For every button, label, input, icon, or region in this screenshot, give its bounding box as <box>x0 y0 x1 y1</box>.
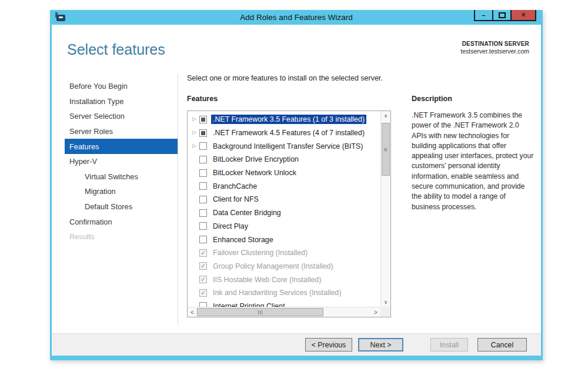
window-title: Add Roles and Features Wizard <box>52 13 541 22</box>
horizontal-scroll-track[interactable] <box>197 307 371 317</box>
install-button: Install <box>430 338 468 351</box>
feature-label: BranchCache <box>211 182 259 191</box>
feature-checkbox[interactable] <box>199 182 207 190</box>
feature-label: IIS Hostable Web Core (Installed) <box>211 275 323 284</box>
chevron-right-icon: > <box>374 309 377 316</box>
minimize-button[interactable]: – <box>474 10 493 21</box>
close-button[interactable]: ✕ <box>510 10 536 21</box>
scroll-up-button[interactable]: ∧ <box>381 111 390 120</box>
instruction-text: Select one or more features to install o… <box>187 74 383 82</box>
wizard-footer: < PreviousNext >InstallCancel <box>52 333 541 356</box>
nav-divider <box>178 74 178 324</box>
sidebar-item-before-you-begin[interactable]: Before You Begin <box>65 79 178 94</box>
feature-checkbox[interactable] <box>199 236 207 243</box>
maximize-button[interactable] <box>492 10 512 21</box>
feature-label: .NET Framework 3.5 Features (1 of 3 inst… <box>211 115 366 124</box>
feature-label: BitLocker Network Unlock <box>211 168 298 178</box>
chevron-down-icon: ∨ <box>384 299 388 305</box>
feature-label: Group Policy Management (Installed) <box>211 262 335 271</box>
expander-icon[interactable]: ▷ <box>191 143 198 149</box>
features-column-label: Features <box>187 95 218 103</box>
feature-label: BitLocker Drive Encryption <box>211 155 300 164</box>
sidebar-item-default-stores[interactable]: Default Stores <box>65 199 178 215</box>
description-column-label: Description <box>412 95 452 103</box>
feature-label: Client for NFS <box>211 195 260 204</box>
vertical-scrollbar[interactable]: ∧ ≡ ∨ <box>380 111 390 307</box>
feature-row-failover-clustering-installed[interactable]: ✓Failover Clustering (Installed) <box>188 246 380 260</box>
feature-row-group-policy-management-installed[interactable]: ✓Group Policy Management (Installed) <box>188 260 380 273</box>
destination-server-block: DESTINATION SERVER testserver.testserver… <box>460 41 529 55</box>
expander-icon[interactable]: ▷ <box>191 116 198 122</box>
feature-label: Ink and Handwriting Services (Installed) <box>211 288 343 297</box>
feature-checkbox[interactable] <box>199 129 207 137</box>
feature-checkbox[interactable] <box>199 116 207 123</box>
feature-row-bitlocker-network-unlock[interactable]: BitLocker Network Unlock <box>188 166 380 180</box>
sidebar-item-installation-type[interactable]: Installation Type <box>65 94 178 109</box>
feature-row-internet-printing-client[interactable]: Internet Printing Client <box>188 300 380 307</box>
feature-label: Enhanced Storage <box>211 235 275 245</box>
previous-button[interactable]: < Previous <box>305 338 352 351</box>
destination-server-name: testserver.testserver.com <box>460 48 529 55</box>
scroll-right-button[interactable]: > <box>371 307 380 317</box>
feature-checkbox[interactable]: ✓ <box>199 262 207 270</box>
feature-label: Internet Printing Client <box>211 302 287 307</box>
title-bar: Add Roles and Features Wizard – ✕ <box>52 10 541 25</box>
sidebar-item-server-roles[interactable]: Server Roles <box>65 124 178 139</box>
sidebar-item-migration[interactable]: Migration <box>65 184 178 199</box>
wizard-nav: Before You BeginInstallation TypeServer … <box>65 79 178 245</box>
feature-checkbox[interactable]: ✓ <box>199 276 207 283</box>
feature-checkbox[interactable] <box>199 302 207 307</box>
feature-row-ink-and-handwriting-services-installed[interactable]: ✓Ink and Handwriting Services (Installed… <box>188 286 380 300</box>
feature-row-bitlocker-drive-encryption[interactable]: BitLocker Drive Encryption <box>188 153 380 166</box>
window-controls: – ✕ <box>475 10 536 21</box>
feature-row-enhanced-storage[interactable]: Enhanced Storage <box>188 233 380 246</box>
minimize-icon: – <box>482 12 485 19</box>
next-button[interactable]: Next > <box>358 338 403 351</box>
vertical-scroll-track[interactable]: ≡ <box>381 120 390 297</box>
sidebar-item-server-selection[interactable]: Server Selection <box>65 109 178 124</box>
feature-label: Background Intelligent Transfer Service … <box>211 142 365 151</box>
feature-checkbox[interactable]: ✓ <box>199 289 207 297</box>
feature-row-data-center-bridging[interactable]: Data Center Bridging <box>188 206 380 220</box>
feature-row-client-for-nfs[interactable]: Client for NFS <box>188 193 380 206</box>
feature-row-direct-play[interactable]: Direct Play <box>188 220 380 233</box>
feature-checkbox[interactable] <box>199 209 207 217</box>
description-text: .NET Framework 3.5 combines the power of… <box>412 111 534 212</box>
feature-row-net-framework-4-5-features-4-of-7-installed[interactable]: ▷.NET Framework 4.5 Features (4 of 7 ins… <box>188 126 380 140</box>
feature-label: Failover Clustering (Installed) <box>211 248 309 257</box>
sidebar-item-virtual-switches[interactable]: Virtual Switches <box>65 169 178 185</box>
scroll-down-button[interactable]: ∨ <box>381 297 390 307</box>
feature-row-iis-hostable-web-core-installed[interactable]: ✓IIS Hostable Web Core (Installed) <box>188 273 380 286</box>
feature-checkbox[interactable] <box>199 156 207 163</box>
features-listbox: ▷.NET Framework 3.5 Features (1 of 3 ins… <box>187 111 391 317</box>
feature-checkbox[interactable] <box>199 222 207 230</box>
feature-checkbox[interactable] <box>199 142 207 150</box>
vertical-scroll-thumb[interactable]: ≡ <box>382 123 390 176</box>
sidebar-item-features[interactable]: Features <box>65 139 178 154</box>
feature-row-background-intelligent-transfer-service-bits[interactable]: ▷Background Intelligent Transfer Service… <box>188 139 380 153</box>
sidebar-item-hyper-v[interactable]: Hyper-V <box>65 154 178 169</box>
destination-server-label: DESTINATION SERVER <box>460 41 529 48</box>
server-manager-icon <box>55 12 65 22</box>
wizard-content: Select features DESTINATION SERVER tests… <box>52 25 541 333</box>
feature-checkbox[interactable] <box>199 169 207 177</box>
feature-label: Direct Play <box>211 222 250 231</box>
feature-checkbox[interactable] <box>199 196 207 203</box>
wizard-window: Add Roles and Features Wizard – ✕ Select… <box>50 10 543 360</box>
feature-row-net-framework-3-5-features-1-of-3-installed[interactable]: ▷.NET Framework 3.5 Features (1 of 3 ins… <box>188 113 380 126</box>
sidebar-item-results: Results <box>65 229 178 245</box>
expander-icon[interactable]: ▷ <box>191 129 198 135</box>
thumb-grip-icon: ≡ <box>384 146 387 153</box>
feature-label: .NET Framework 4.5 Features (4 of 7 inst… <box>211 128 366 138</box>
sidebar-item-confirmation[interactable]: Confirmation <box>65 214 178 229</box>
feature-row-branchcache[interactable]: BranchCache <box>188 179 380 193</box>
scrollbar-corner <box>380 307 390 317</box>
feature-label: Data Center Bridging <box>211 208 283 217</box>
close-icon: ✕ <box>520 11 526 19</box>
horizontal-scrollbar[interactable]: < > <box>188 307 380 317</box>
chevron-up-icon: ∧ <box>384 113 388 119</box>
scroll-left-button[interactable]: < <box>188 307 197 317</box>
cancel-button[interactable]: Cancel <box>477 338 527 351</box>
horizontal-scroll-thumb[interactable] <box>197 308 323 316</box>
feature-checkbox[interactable]: ✓ <box>199 249 207 257</box>
